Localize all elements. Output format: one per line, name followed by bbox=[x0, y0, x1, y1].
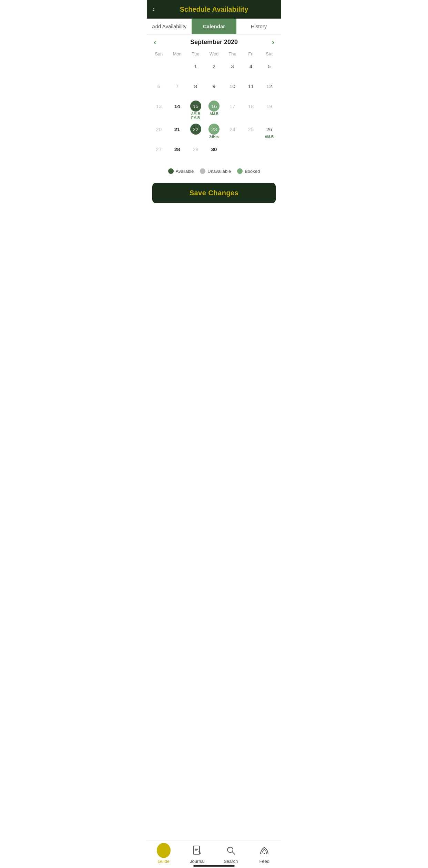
booked-dot bbox=[237, 168, 243, 174]
search-icon bbox=[224, 844, 238, 857]
calendar-week-4: 2021222324Hrs242526AM-B bbox=[150, 122, 278, 142]
cal-cell[interactable]: 7 bbox=[168, 79, 186, 98]
cal-cell[interactable]: 19 bbox=[260, 99, 278, 122]
cal-day-sub: AM-B PM-B bbox=[191, 112, 200, 120]
cal-day-number: 20 bbox=[153, 124, 164, 135]
legend-available: Available bbox=[168, 168, 194, 174]
home-indicator bbox=[193, 865, 235, 867]
cal-day-number: 11 bbox=[245, 81, 256, 92]
booked-label: Booked bbox=[245, 169, 260, 174]
cal-cell[interactable]: 11 bbox=[242, 79, 260, 98]
cal-day-number: 17 bbox=[227, 101, 238, 112]
cal-cell[interactable]: 9 bbox=[205, 79, 223, 98]
cal-cell[interactable]: 18 bbox=[242, 99, 260, 122]
cal-cell[interactable]: 15AM-B PM-B bbox=[186, 99, 205, 122]
cal-day-number: 1 bbox=[190, 61, 201, 72]
header: ‹ Schedule Availability bbox=[147, 0, 281, 19]
cal-day-number: 27 bbox=[153, 144, 164, 155]
cal-cell[interactable]: 6 bbox=[150, 79, 168, 98]
cal-day-number: 12 bbox=[264, 81, 275, 92]
cal-day-sub: 24Hrs bbox=[209, 135, 219, 139]
cal-cell bbox=[223, 142, 242, 161]
cal-cell[interactable]: 17 bbox=[223, 99, 242, 122]
calendar-week-2: 6789101112 bbox=[150, 79, 278, 98]
tab-add-availability[interactable]: Add Availability bbox=[147, 19, 192, 34]
unavailable-label: Unavailable bbox=[207, 169, 231, 174]
cal-cell[interactable]: 14 bbox=[168, 99, 186, 122]
cal-cell[interactable]: 28 bbox=[168, 142, 186, 161]
calendar-week-1: 12345 bbox=[150, 59, 278, 79]
cal-day-number: 22 bbox=[190, 124, 201, 135]
cal-cell[interactable]: 13 bbox=[150, 99, 168, 122]
nav-item-guide[interactable]: Guide bbox=[147, 844, 181, 864]
page-title: Schedule Availability bbox=[180, 6, 248, 13]
cal-cell[interactable]: 12 bbox=[260, 79, 278, 98]
available-label: Available bbox=[176, 169, 194, 174]
cal-day-number: 2 bbox=[208, 61, 220, 72]
cal-day-number: 9 bbox=[208, 81, 220, 92]
cal-cell bbox=[260, 142, 278, 161]
cal-day-number: 6 bbox=[153, 81, 164, 92]
cal-day-number: 21 bbox=[172, 124, 183, 135]
weekday-wed: Wed bbox=[205, 50, 223, 58]
cal-cell[interactable]: 29 bbox=[186, 142, 205, 161]
cal-day-number: 19 bbox=[264, 101, 275, 112]
cal-cell[interactable]: 25 bbox=[242, 122, 260, 142]
cal-day-sub: AM-B bbox=[210, 112, 218, 116]
cal-cell[interactable]: 20 bbox=[150, 122, 168, 142]
cal-day-number: 24 bbox=[227, 124, 238, 135]
cal-cell[interactable]: 5 bbox=[260, 59, 278, 79]
cal-cell[interactable]: 1 bbox=[186, 59, 205, 79]
cal-cell[interactable]: 24 bbox=[223, 122, 242, 142]
nav-item-search[interactable]: Search bbox=[214, 844, 248, 864]
calendar-nav: ‹ September 2020 › bbox=[147, 34, 281, 50]
cal-cell[interactable]: 30 bbox=[205, 142, 223, 161]
guide-label: Guide bbox=[157, 859, 170, 864]
cal-cell[interactable]: 22 bbox=[186, 122, 205, 142]
bottom-nav: Guide Journal bbox=[147, 840, 281, 868]
weekday-thu: Thu bbox=[223, 50, 242, 58]
tab-history[interactable]: History bbox=[236, 19, 281, 34]
tab-calendar[interactable]: Calendar bbox=[192, 19, 236, 34]
cal-cell[interactable]: 4 bbox=[242, 59, 260, 79]
weekday-tue: Tue bbox=[186, 50, 205, 58]
svg-line-6 bbox=[232, 852, 235, 854]
cal-cell[interactable]: 8 bbox=[186, 79, 205, 98]
weekday-sun: Sun bbox=[150, 50, 168, 58]
cal-cell[interactable]: 26AM-B bbox=[260, 122, 278, 142]
cal-cell[interactable]: 2324Hrs bbox=[205, 122, 223, 142]
nav-item-journal[interactable]: Journal bbox=[181, 844, 214, 864]
save-button[interactable]: Save Changes bbox=[152, 183, 276, 203]
next-month-button[interactable]: › bbox=[268, 36, 278, 48]
cal-day-number: 7 bbox=[172, 81, 183, 92]
cal-day-number: 14 bbox=[172, 101, 183, 112]
cal-day-number: 16 bbox=[208, 101, 220, 112]
cal-cell[interactable]: 27 bbox=[150, 142, 168, 161]
cal-cell[interactable]: 16AM-B bbox=[205, 99, 223, 122]
legend-unavailable: Unavailable bbox=[200, 168, 231, 174]
cal-cell[interactable]: 21 bbox=[168, 122, 186, 142]
legend-booked: Booked bbox=[237, 168, 260, 174]
unavailable-dot bbox=[200, 168, 205, 174]
cal-cell bbox=[168, 59, 186, 79]
cal-day-number: 4 bbox=[245, 61, 256, 72]
cal-day-number: 15 bbox=[190, 101, 201, 112]
nav-item-feed[interactable]: Feed bbox=[248, 844, 282, 864]
feed-icon bbox=[257, 844, 271, 857]
weekday-sat: Sat bbox=[260, 50, 278, 58]
cal-day-number: 13 bbox=[153, 101, 164, 112]
cal-cell[interactable]: 2 bbox=[205, 59, 223, 79]
month-label: September 2020 bbox=[190, 39, 238, 46]
cal-cell[interactable]: 3 bbox=[223, 59, 242, 79]
cal-day-sub: AM-B bbox=[265, 135, 274, 139]
calendar-week-3: 131415AM-B PM-B16AM-B171819 bbox=[150, 99, 278, 122]
journal-label: Journal bbox=[190, 859, 205, 864]
back-button[interactable]: ‹ bbox=[152, 5, 155, 14]
weekday-mon: Mon bbox=[168, 50, 186, 58]
calendar-weeks: 123456789101112131415AM-B PM-B16AM-B1718… bbox=[150, 59, 278, 161]
weekday-headers: Sun Mon Tue Wed Thu Fri Sat bbox=[150, 50, 278, 58]
cal-day-number: 29 bbox=[190, 144, 201, 155]
cal-cell[interactable]: 10 bbox=[223, 79, 242, 98]
prev-month-button[interactable]: ‹ bbox=[150, 36, 160, 48]
cal-day-number: 8 bbox=[190, 81, 201, 92]
